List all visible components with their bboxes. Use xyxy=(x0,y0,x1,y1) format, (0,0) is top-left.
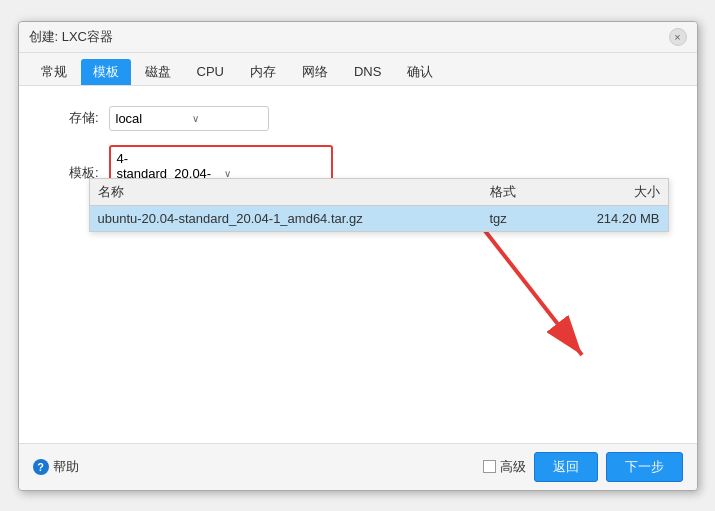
tab-memory[interactable]: 内存 xyxy=(238,59,288,85)
next-button[interactable]: 下一步 xyxy=(606,452,683,482)
advanced-checkbox[interactable] xyxy=(483,460,496,473)
help-button[interactable]: ? 帮助 xyxy=(33,458,79,476)
dialog-footer: ? 帮助 高级 返回 下一步 xyxy=(19,443,697,490)
tab-network[interactable]: 网络 xyxy=(290,59,340,85)
advanced-label[interactable]: 高级 xyxy=(483,458,526,476)
tab-disk[interactable]: 磁盘 xyxy=(133,59,183,85)
dialog-title: 创建: LXC容器 xyxy=(29,28,114,46)
tab-cpu[interactable]: CPU xyxy=(185,60,236,83)
dialog: 创建: LXC容器 × 常规 模板 磁盘 CPU 内存 网络 DNS 确认 存储… xyxy=(18,21,698,491)
footer-left: ? 帮助 xyxy=(33,458,79,476)
row-size: 214.20 MB xyxy=(560,211,660,226)
title-bar: 创建: LXC容器 × xyxy=(19,22,697,53)
row-name: ubuntu-20.04-standard_20.04-1_amd64.tar.… xyxy=(98,211,490,226)
footer-right: 高级 返回 下一步 xyxy=(483,452,683,482)
dropdown-row[interactable]: ubuntu-20.04-standard_20.04-1_amd64.tar.… xyxy=(90,206,668,231)
storage-control: local ∨ xyxy=(109,106,269,131)
storage-select[interactable]: local ∨ xyxy=(109,106,269,131)
help-label: 帮助 xyxy=(53,458,79,476)
storage-arrow-icon: ∨ xyxy=(192,113,262,124)
col-header-name: 名称 xyxy=(98,183,490,201)
help-icon: ? xyxy=(33,459,49,475)
storage-row: 存储: local ∨ xyxy=(39,106,677,131)
tab-general[interactable]: 常规 xyxy=(29,59,79,85)
template-dropdown: 名称 格式 大小 ubuntu-20.04-standard_20.04-1_a… xyxy=(89,178,669,232)
row-format: tgz xyxy=(490,211,560,226)
advanced-text: 高级 xyxy=(500,458,526,476)
storage-label: 存储: xyxy=(39,109,99,127)
col-header-format: 格式 xyxy=(490,183,560,201)
tab-bar: 常规 模板 磁盘 CPU 内存 网络 DNS 确认 xyxy=(19,53,697,86)
dropdown-header: 名称 格式 大小 xyxy=(90,179,668,206)
tab-confirm[interactable]: 确认 xyxy=(395,59,445,85)
tab-template[interactable]: 模板 xyxy=(81,59,131,85)
back-button[interactable]: 返回 xyxy=(534,452,598,482)
form-content: 存储: local ∨ 模板: 4-standard_20.04-1_amd64… xyxy=(19,86,697,443)
tab-dns[interactable]: DNS xyxy=(342,60,393,83)
close-button[interactable]: × xyxy=(669,28,687,46)
storage-value: local xyxy=(116,111,186,126)
col-header-size: 大小 xyxy=(560,183,660,201)
